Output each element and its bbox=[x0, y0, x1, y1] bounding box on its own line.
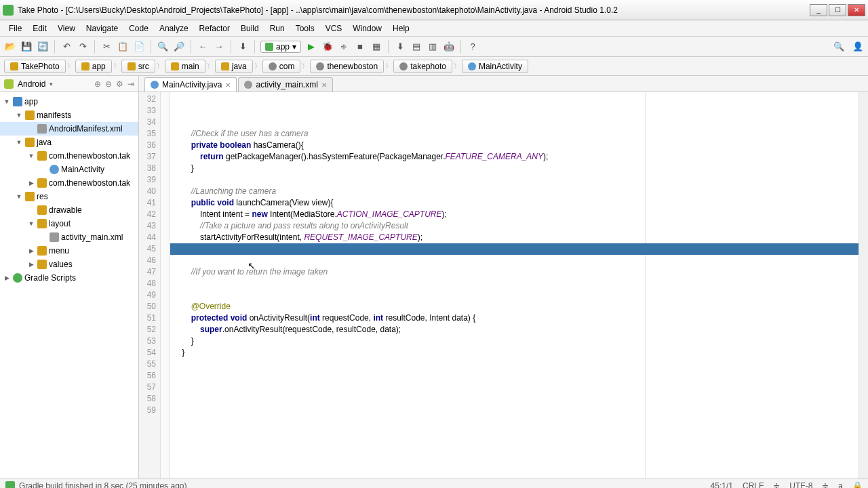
maximize-button[interactable]: ☐ bbox=[829, 4, 846, 16]
close-tab-icon[interactable]: ✕ bbox=[225, 81, 231, 89]
copy-icon[interactable]: 📋 bbox=[117, 41, 129, 53]
tree-item[interactable]: ▼res bbox=[0, 190, 138, 203]
line-gutter: 3233343536373839404142434445464748495051… bbox=[139, 92, 161, 479]
menu-analyze[interactable]: Analyze bbox=[155, 22, 193, 35]
sidebar-title: Android bbox=[18, 79, 45, 89]
close-tab-icon[interactable]: ✕ bbox=[321, 81, 327, 89]
tree-item[interactable]: ▼layout bbox=[0, 217, 138, 230]
menu-refactor[interactable]: Refactor bbox=[195, 22, 235, 35]
sdk-icon[interactable]: ⬇ bbox=[394, 41, 406, 53]
menu-run[interactable]: Run bbox=[265, 22, 290, 35]
monitor-icon[interactable]: ▤ bbox=[410, 41, 422, 53]
editor: MainActivity.java✕activity_main.xml✕ 323… bbox=[139, 76, 868, 479]
menu-view[interactable]: View bbox=[53, 22, 80, 35]
search-everywhere-icon[interactable]: 🔍 bbox=[833, 41, 845, 53]
mouse-cursor: ↖ bbox=[248, 260, 256, 271]
tree-item[interactable]: ▶menu bbox=[0, 244, 138, 258]
code-content[interactable]: //Check if the user has a camera private… bbox=[170, 92, 859, 479]
scrollbar[interactable] bbox=[859, 92, 868, 479]
caret-position[interactable]: 45:1/1 bbox=[711, 481, 733, 489]
breadcrumb-takephoto[interactable]: takephoto bbox=[393, 60, 452, 73]
sidebar-expand-icon[interactable]: ⊕ bbox=[94, 79, 101, 89]
tree-item[interactable]: ▶Gradle Scripts bbox=[0, 271, 138, 285]
ddms-icon[interactable]: ▥ bbox=[427, 41, 439, 53]
redo-icon[interactable]: ↷ bbox=[77, 41, 89, 53]
stop-icon[interactable]: ■ bbox=[354, 41, 366, 53]
tree-item[interactable]: AndroidManifest.xml bbox=[0, 122, 138, 136]
forward-icon[interactable]: → bbox=[213, 41, 225, 53]
menu-vcs[interactable]: VCS bbox=[321, 22, 347, 35]
tree-item[interactable]: ▼manifests bbox=[0, 108, 138, 122]
replace-icon[interactable]: 🔎 bbox=[173, 41, 185, 53]
tree-item[interactable]: drawable bbox=[0, 203, 138, 217]
breadcrumb-thenewboston[interactable]: thenewboston bbox=[310, 60, 384, 73]
breadcrumb-main[interactable]: main bbox=[165, 60, 205, 73]
statusbar: Gradle build finished in 8 sec (25 minut… bbox=[0, 479, 868, 488]
save-icon[interactable]: 💾 bbox=[20, 41, 33, 53]
android-view-icon bbox=[4, 79, 14, 89]
tree-item[interactable]: ▼app bbox=[0, 95, 138, 108]
code-area[interactable]: 3233343536373839404142434445464748495051… bbox=[139, 92, 868, 479]
breadcrumb-app[interactable]: app bbox=[75, 60, 112, 73]
tree-item[interactable]: MainActivity bbox=[0, 163, 138, 176]
help-icon[interactable]: ? bbox=[467, 41, 479, 53]
breadcrumb-takephoto[interactable]: TakePhoto bbox=[4, 60, 66, 73]
sidebar-hide-icon[interactable]: ⇥ bbox=[127, 79, 134, 89]
project-tree[interactable]: ▼app▼manifestsAndroidManifest.xml▼java▼c… bbox=[0, 92, 138, 479]
close-button[interactable]: ✕ bbox=[848, 4, 865, 16]
status-icon bbox=[5, 481, 15, 489]
insert-mode[interactable]: a bbox=[838, 481, 843, 489]
user-icon[interactable]: 👤 bbox=[852, 41, 864, 53]
cut-icon[interactable]: ✂ bbox=[100, 41, 113, 53]
breadcrumb-src[interactable]: src bbox=[121, 60, 155, 73]
line-separator[interactable]: CRLF bbox=[743, 481, 764, 489]
menu-navigate[interactable]: Navigate bbox=[81, 22, 123, 35]
sidebar-header[interactable]: Android ▾ ⊕ ⊖ ⚙ ⇥ bbox=[0, 76, 138, 92]
breadcrumb-java[interactable]: java bbox=[215, 60, 253, 73]
menu-file[interactable]: File bbox=[4, 22, 26, 35]
menu-window[interactable]: Window bbox=[348, 22, 387, 35]
find-icon[interactable]: 🔍 bbox=[157, 41, 169, 53]
tree-item[interactable]: ▶com.thenewboston.tak bbox=[0, 176, 138, 190]
back-icon[interactable]: ← bbox=[197, 41, 209, 53]
attach-icon[interactable]: ⎆ bbox=[338, 41, 350, 53]
sync-icon[interactable]: 🔄 bbox=[37, 41, 49, 53]
status-message: Gradle build finished in 8 sec (25 minut… bbox=[19, 481, 186, 489]
editor-tab[interactable]: MainActivity.java✕ bbox=[144, 77, 237, 92]
editor-tab[interactable]: activity_main.xml✕ bbox=[238, 77, 332, 92]
menu-edit[interactable]: Edit bbox=[28, 22, 52, 35]
run-icon[interactable]: ▶ bbox=[305, 41, 317, 53]
app-icon bbox=[3, 5, 14, 16]
tree-item[interactable]: ▼java bbox=[0, 136, 138, 149]
menu-tools[interactable]: Tools bbox=[291, 22, 319, 35]
menu-build[interactable]: Build bbox=[236, 22, 264, 35]
toolbar: 📂 💾 🔄 ↶ ↷ ✂ 📋 📄 🔍 🔎 ← → ⬇ app▾ ▶ 🐞 ⎆ ■ ▦… bbox=[0, 37, 868, 57]
menu-code[interactable]: Code bbox=[124, 22, 153, 35]
breadcrumb-com[interactable]: com bbox=[262, 60, 301, 73]
avd-icon[interactable]: ▦ bbox=[370, 41, 382, 53]
undo-icon[interactable]: ↶ bbox=[60, 41, 73, 53]
menubar: FileEditViewNavigateCodeAnalyzeRefactorB… bbox=[0, 20, 868, 37]
minimize-button[interactable]: _ bbox=[810, 4, 827, 16]
fold-gutter[interactable] bbox=[161, 92, 170, 479]
lock-icon[interactable]: 🔒 bbox=[852, 481, 863, 489]
make-icon[interactable]: ⬇ bbox=[237, 41, 249, 53]
breadcrumb-mainactivity[interactable]: MainActivity bbox=[462, 60, 528, 73]
titlebar: Take Photo - [C:\Users\Bucky\Desktop\And… bbox=[0, 0, 868, 20]
window-title: Take Photo - [C:\Users\Bucky\Desktop\And… bbox=[18, 5, 810, 15]
android-icon[interactable]: 🤖 bbox=[443, 41, 455, 53]
file-encoding[interactable]: UTF-8 bbox=[789, 481, 812, 489]
paste-icon[interactable]: 📄 bbox=[133, 41, 145, 53]
run-config-select[interactable]: app▾ bbox=[260, 41, 301, 53]
sidebar-collapse-icon[interactable]: ⊖ bbox=[105, 79, 112, 89]
editor-tabs: MainActivity.java✕activity_main.xml✕ bbox=[139, 76, 868, 92]
debug-icon[interactable]: 🐞 bbox=[321, 41, 334, 53]
breadcrumb: TakePhoto〉app〉src〉main〉java〉com〉thenewbo… bbox=[0, 57, 868, 76]
open-icon[interactable]: 📂 bbox=[4, 41, 16, 53]
menu-help[interactable]: Help bbox=[388, 22, 414, 35]
tree-item[interactable]: activity_main.xml bbox=[0, 230, 138, 244]
tree-item[interactable]: ▶values bbox=[0, 258, 138, 271]
sidebar-gear-icon[interactable]: ⚙ bbox=[116, 79, 123, 89]
tree-item[interactable]: ▼com.thenewboston.tak bbox=[0, 149, 138, 163]
project-sidebar: Android ▾ ⊕ ⊖ ⚙ ⇥ ▼app▼manifestsAndroidM… bbox=[0, 76, 139, 479]
